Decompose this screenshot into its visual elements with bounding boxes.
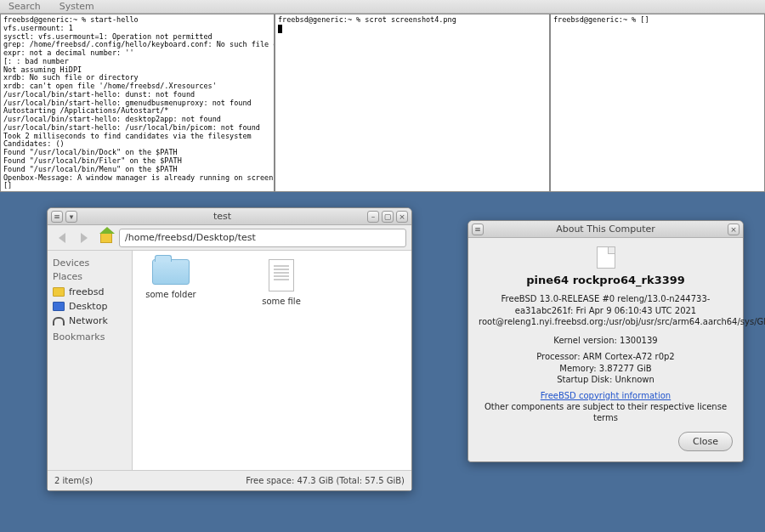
window-menu-button[interactable]: ≡ (472, 224, 484, 235)
document-icon (597, 246, 615, 269)
sidebar-header-devices: Devices (53, 258, 128, 269)
window-menu-button[interactable]: ≡ (51, 211, 63, 223)
sidebar-item-home[interactable]: freebsd (51, 285, 128, 299)
sidebar-item-label: freebsd (69, 286, 104, 297)
file-manager-view[interactable]: some folder some file (133, 251, 411, 470)
sidebar-item-network[interactable]: Network (51, 314, 128, 328)
desktop-icon (53, 302, 65, 311)
window-pin-button[interactable]: ▾ (65, 211, 77, 223)
menu-system[interactable]: System (60, 1, 94, 12)
terminal-2-prompt: freebsd@generic:~ % scrot screenshot4.pn… (278, 15, 456, 24)
terminal-1-body: vfs.usermount: 1 sysctl: vfs.usermount=1… (3, 24, 275, 190)
sidebar-item-label: Desktop (69, 301, 107, 312)
sidebar-item-desktop[interactable]: Desktop (51, 299, 128, 314)
home-button[interactable] (97, 229, 116, 246)
item-label: some folder (141, 290, 201, 299)
sidebar-item-label: Network (69, 315, 108, 326)
file-manager-window: ≡ ▾ test – ▢ × /home/freebsd/Desktop/tes… (47, 207, 412, 491)
sidebar-header-bookmarks: Bookmarks (53, 331, 128, 342)
license-note: Other components are subject to their re… (479, 401, 733, 423)
terminal-3[interactable]: freebsd@generic:~ % [] (550, 14, 765, 192)
computer-name: pine64 rockpro64_rk3399 (479, 274, 733, 286)
file-manager-sidebar: Devices Places freebsd Desktop Network B… (48, 251, 133, 470)
back-button[interactable] (53, 229, 71, 246)
cursor-icon (278, 25, 282, 33)
sidebar-header-places: Places (53, 271, 128, 282)
about-body: pine64 rockpro64_rk3399 FreeBSD 13.0-REL… (468, 238, 743, 461)
maximize-button[interactable]: ▢ (382, 211, 394, 223)
terminal-row: freebsd@generic:~ % start-hello vfs.user… (0, 14, 765, 192)
terminal-1-prompt: freebsd@generic:~ % start-hello (3, 15, 139, 24)
terminal-2[interactable]: freebsd@generic:~ % scrot screenshot4.pn… (275, 14, 550, 192)
forward-button[interactable] (75, 229, 94, 246)
network-icon (53, 317, 65, 325)
folder-item[interactable]: some folder (141, 259, 201, 299)
file-item[interactable]: some file (252, 259, 311, 306)
file-manager-statusbar: 2 item(s) Free space: 47.3 GiB (Total: 5… (48, 470, 411, 490)
os-description: FreeBSD 13.0-RELEASE #0 releng/13.0-n244… (479, 293, 733, 328)
terminal-1[interactable]: freebsd@generic:~ % start-hello vfs.user… (0, 14, 275, 192)
folder-home-icon (53, 287, 65, 297)
startup-disk-info: Startup Disk: Unknown (479, 374, 733, 386)
folder-icon (152, 259, 190, 285)
file-manager-titlebar[interactable]: ≡ ▾ test – ▢ × (48, 208, 411, 225)
path-input[interactable]: /home/freebsd/Desktop/test (119, 229, 406, 247)
minimize-button[interactable]: – (367, 211, 379, 223)
close-button[interactable]: × (728, 224, 740, 235)
copyright-link[interactable]: FreeBSD copyright information (541, 391, 671, 400)
memory-info: Memory: 3.87277 GiB (479, 363, 733, 375)
menu-search[interactable]: Search (8, 1, 41, 12)
file-icon (269, 259, 294, 291)
file-manager-title: test (77, 211, 367, 222)
about-titlebar[interactable]: ≡ About This Computer × (468, 221, 743, 238)
file-manager-toolbar: /home/freebsd/Desktop/test (48, 225, 411, 251)
close-button[interactable]: × (396, 211, 408, 223)
status-item-count: 2 item(s) (54, 476, 93, 485)
processor-info: Processor: ARM Cortex-A72 r0p2 (479, 351, 733, 363)
about-title: About This Computer (484, 224, 728, 235)
arrow-left-icon (59, 233, 65, 243)
kernel-version: Kernel version: 1300139 (479, 335, 733, 347)
status-free-space: Free space: 47.3 GiB (Total: 57.5 GiB) (246, 476, 405, 485)
about-window: ≡ About This Computer × pine64 rockpro64… (468, 220, 744, 462)
arrow-right-icon (81, 233, 88, 243)
home-icon (100, 233, 112, 243)
about-close-button[interactable]: Close (678, 432, 733, 451)
terminal-3-prompt: freebsd@generic:~ % [] (553, 15, 649, 24)
global-menubar: Search System (0, 0, 765, 14)
item-label: some file (252, 297, 311, 306)
